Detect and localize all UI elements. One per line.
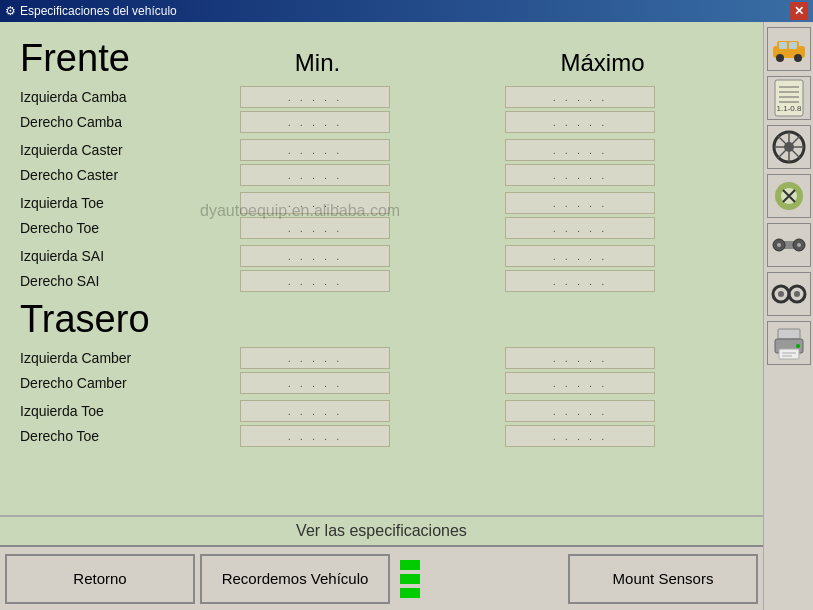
recordemos-button[interactable]: Recordemos Vehículo bbox=[200, 554, 390, 604]
row-izq-caster: Izquierda Caster . . . . . . . . . . bbox=[20, 139, 743, 161]
label-izq-trasero-toe: Izquierda Toe bbox=[20, 403, 240, 419]
input-min-izq-frente-toe[interactable]: . . . . . bbox=[240, 192, 390, 214]
input-max-der-caster[interactable]: . . . . . bbox=[505, 164, 655, 186]
spec-sheet-icon: 1.1-0.8 bbox=[772, 79, 806, 117]
bottom-bar: Ver las especificaciones bbox=[0, 515, 763, 545]
svg-rect-33 bbox=[782, 355, 792, 357]
input-max-izq-frente-toe[interactable]: . . . . . bbox=[505, 192, 655, 214]
label-der-sai: Derecho SAI bbox=[20, 273, 240, 289]
sidebar-item-specsheet[interactable]: 1.1-0.8 bbox=[767, 76, 811, 120]
row-der-camber: Derecho Camber . . . . . . . . . . bbox=[20, 372, 743, 394]
svg-rect-5 bbox=[789, 42, 797, 49]
col-min-header: Min. bbox=[295, 49, 340, 76]
specs-area: dyautoequip.en.alibaba.com Frente Min. M… bbox=[0, 22, 763, 515]
svg-point-2 bbox=[776, 54, 784, 62]
tool-icon bbox=[771, 178, 807, 214]
label-der-camba: Derecho Camba bbox=[20, 114, 240, 130]
sidebar: 1.1-0.8 bbox=[763, 22, 813, 610]
svg-rect-29 bbox=[778, 329, 800, 339]
svg-point-34 bbox=[796, 344, 800, 348]
input-min-der-caster[interactable]: . . . . . bbox=[240, 164, 390, 186]
content-area: dyautoequip.en.alibaba.com Frente Min. M… bbox=[0, 22, 763, 610]
title-bar-text: Especificaciones del vehículo bbox=[20, 4, 177, 18]
input-max-der-trasero-toe[interactable]: . . . . . bbox=[505, 425, 655, 447]
label-der-camber: Derecho Camber bbox=[20, 375, 240, 391]
label-izq-camba: Izquierda Camba bbox=[20, 89, 240, 105]
row-izq-camber: Izquierda Camber . . . . . . . . . . bbox=[20, 347, 743, 369]
svg-text:1.1-0.8: 1.1-0.8 bbox=[776, 104, 801, 113]
label-izq-frente-toe: Izquierda Toe bbox=[20, 195, 240, 211]
row-der-sai: Derecho SAI . . . . . . . . . . bbox=[20, 270, 743, 292]
label-der-trasero-toe: Derecho Toe bbox=[20, 428, 240, 444]
input-min-der-camba[interactable]: . . . . . bbox=[240, 111, 390, 133]
wheel-icon bbox=[771, 129, 807, 165]
row-group-trasero-toe: Izquierda Toe . . . . . . . . . . Derech… bbox=[20, 400, 743, 447]
sidebar-item-tool[interactable] bbox=[767, 174, 811, 218]
footer: Retorno Recordemos Vehículo Mount Sensor… bbox=[0, 545, 763, 610]
car-icon bbox=[771, 36, 807, 62]
green-bar-3 bbox=[400, 588, 420, 598]
row-group-caster: Izquierda Caster . . . . . . . . . . Der… bbox=[20, 139, 743, 186]
label-izq-camber: Izquierda Camber bbox=[20, 350, 240, 366]
input-max-izq-trasero-toe[interactable]: . . . . . bbox=[505, 400, 655, 422]
input-max-der-camber[interactable]: . . . . . bbox=[505, 372, 655, 394]
mount-sensors-button[interactable]: Mount Sensors bbox=[568, 554, 758, 604]
label-der-frente-toe: Derecho Toe bbox=[20, 220, 240, 236]
row-der-camba: Derecho Camba . . . . . . . . . . bbox=[20, 111, 743, 133]
app-icon: ⚙ bbox=[5, 4, 16, 18]
label-der-caster: Derecho Caster bbox=[20, 167, 240, 183]
input-max-der-camba[interactable]: . . . . . bbox=[505, 111, 655, 133]
sidebar-item-wheel[interactable] bbox=[767, 125, 811, 169]
input-min-izq-camber[interactable]: . . . . . bbox=[240, 347, 390, 369]
row-group-frente-toe: Izquierda Toe . . . . . . . . . . Derech… bbox=[20, 192, 743, 239]
label-izq-sai: Izquierda SAI bbox=[20, 248, 240, 264]
input-min-izq-trasero-toe[interactable]: . . . . . bbox=[240, 400, 390, 422]
frente-header-row: Frente Min. Máximo bbox=[20, 37, 743, 80]
input-max-izq-camber[interactable]: . . . . . bbox=[505, 347, 655, 369]
axle-icon bbox=[771, 227, 807, 263]
svg-point-23 bbox=[777, 243, 781, 247]
row-izq-trasero-toe: Izquierda Toe . . . . . . . . . . bbox=[20, 400, 743, 422]
green-bars-indicator bbox=[395, 560, 425, 598]
row-der-caster: Derecho Caster . . . . . . . . . . bbox=[20, 164, 743, 186]
svg-point-28 bbox=[794, 291, 800, 297]
green-bar-1 bbox=[400, 560, 420, 570]
trasero-title: Trasero bbox=[20, 298, 150, 340]
sidebar-item-printer[interactable] bbox=[767, 321, 811, 365]
sidebar-item-car[interactable] bbox=[767, 27, 811, 71]
input-max-izq-caster[interactable]: . . . . . bbox=[505, 139, 655, 161]
row-group-sai: Izquierda SAI . . . . . . . . . . Derech… bbox=[20, 245, 743, 292]
sidebar-item-tires[interactable] bbox=[767, 272, 811, 316]
row-der-frente-toe: Derecho Toe . . . . . . . . . . bbox=[20, 217, 743, 239]
row-der-trasero-toe: Derecho Toe . . . . . . . . . . bbox=[20, 425, 743, 447]
label-izq-caster: Izquierda Caster bbox=[20, 142, 240, 158]
input-min-izq-caster[interactable]: . . . . . bbox=[240, 139, 390, 161]
title-bar: ⚙ Especificaciones del vehículo ✕ bbox=[0, 0, 813, 22]
input-min-der-camber[interactable]: . . . . . bbox=[240, 372, 390, 394]
retorno-button[interactable]: Retorno bbox=[5, 554, 195, 604]
input-min-der-frente-toe[interactable]: . . . . . bbox=[240, 217, 390, 239]
svg-point-3 bbox=[794, 54, 802, 62]
svg-rect-32 bbox=[782, 352, 796, 354]
row-group-camba: Izquierda Camba . . . . . . . . . . Dere… bbox=[20, 86, 743, 133]
printer-icon bbox=[771, 325, 807, 361]
col-max-header: Máximo bbox=[560, 49, 644, 76]
bottom-bar-text: Ver las especificaciones bbox=[296, 522, 467, 540]
close-button[interactable]: ✕ bbox=[790, 2, 808, 20]
input-min-izq-sai[interactable]: . . . . . bbox=[240, 245, 390, 267]
row-group-camber: Izquierda Camber . . . . . . . . . . Der… bbox=[20, 347, 743, 394]
input-max-der-sai[interactable]: . . . . . bbox=[505, 270, 655, 292]
input-min-der-trasero-toe[interactable]: . . . . . bbox=[240, 425, 390, 447]
green-bar-2 bbox=[400, 574, 420, 584]
input-min-izq-camba[interactable]: . . . . . bbox=[240, 86, 390, 108]
input-max-izq-camba[interactable]: . . . . . bbox=[505, 86, 655, 108]
input-max-izq-sai[interactable]: . . . . . bbox=[505, 245, 655, 267]
input-max-der-frente-toe[interactable]: . . . . . bbox=[505, 217, 655, 239]
tires-icon bbox=[771, 276, 807, 312]
sidebar-item-axle[interactable] bbox=[767, 223, 811, 267]
input-min-der-sai[interactable]: . . . . . bbox=[240, 270, 390, 292]
svg-point-26 bbox=[778, 291, 784, 297]
row-izq-camba: Izquierda Camba . . . . . . . . . . bbox=[20, 86, 743, 108]
svg-rect-4 bbox=[779, 42, 787, 49]
svg-point-24 bbox=[797, 243, 801, 247]
